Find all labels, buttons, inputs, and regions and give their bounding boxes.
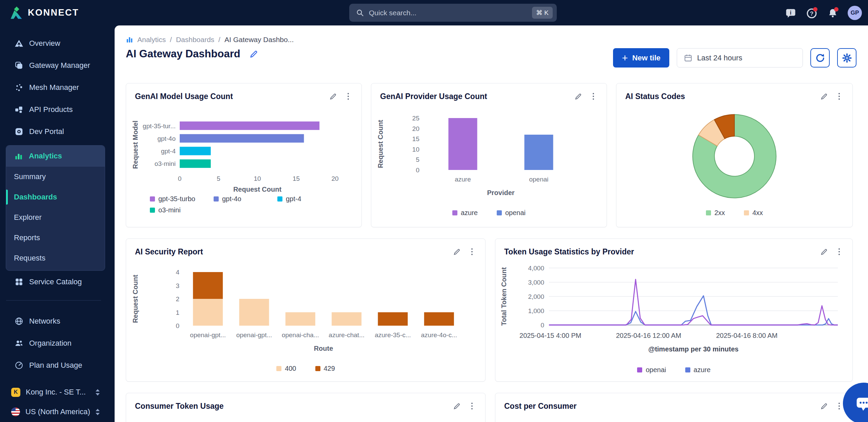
chart-svg: 0510152025azureopenaiProviderRequest Cou…: [374, 104, 604, 204]
plan-usage-gauge-icon: [14, 361, 24, 370]
konnect-app: { "brand": { "logo_text": "KONNECT" }, "…: [0, 0, 868, 422]
sidebar-item-analytics[interactable]: Analytics: [6, 146, 105, 167]
page-title: AI Gateway Dashboard: [126, 48, 240, 60]
top-bar: KONNECT ⌘ K i ?: [0, 0, 868, 25]
chart-legend: openaiazure: [498, 361, 850, 379]
svg-text:2025-04-16 8:00 AM: 2025-04-16 8:00 AM: [716, 332, 777, 339]
legend-swatch: [685, 367, 690, 372]
tile-menu-icon[interactable]: [835, 247, 844, 256]
svg-text:gpt-4: gpt-4: [161, 148, 176, 155]
breadcrumb: Analytics / Dashboards / AI Gateway Dash…: [126, 36, 294, 44]
tile-title: GenAI Model Usage Count: [135, 92, 322, 101]
svg-text:4: 4: [176, 269, 179, 276]
konnect-logo[interactable]: KONNECT: [9, 0, 79, 25]
bell-notification-dot: [834, 7, 839, 12]
edit-tile-icon[interactable]: [329, 93, 337, 100]
org-switcher[interactable]: K Kong Inc. - SE T...: [0, 382, 115, 402]
svg-text:Route: Route: [314, 345, 333, 352]
org-badge: K: [11, 388, 20, 397]
legend-item[interactable]: 429: [315, 365, 335, 372]
region-switcher[interactable]: US (North America): [0, 402, 115, 422]
legend-swatch: [452, 210, 457, 215]
tile-menu-icon[interactable]: [468, 247, 476, 256]
svg-text:10: 10: [412, 146, 419, 153]
sidebar-subitem-explorer[interactable]: Explorer: [6, 207, 105, 228]
edit-tile-icon[interactable]: [453, 248, 461, 256]
user-avatar[interactable]: GP: [848, 6, 862, 20]
feedback-button[interactable]: i: [785, 7, 797, 19]
tile-menu-icon[interactable]: [835, 92, 844, 101]
tile-menu-icon[interactable]: [468, 402, 476, 410]
service-catalog-icon: [14, 277, 24, 286]
legend-item[interactable]: 2xx: [706, 209, 725, 217]
legend-item[interactable]: openai: [637, 366, 666, 374]
settings-button[interactable]: [837, 48, 856, 68]
search-input[interactable]: [369, 9, 527, 17]
svg-text:Request Model: Request Model: [132, 120, 139, 169]
chat-bubble-icon: [854, 394, 868, 413]
sidebar-item-organization[interactable]: Organization: [0, 332, 115, 354]
legend-item[interactable]: azure: [685, 366, 711, 374]
sidebar-subitem-summary[interactable]: Summary: [6, 167, 105, 187]
analytics-icon: [14, 152, 23, 160]
breadcrumb-analytics[interactable]: Analytics: [137, 36, 166, 44]
calendar-icon: [684, 54, 692, 62]
legend-item[interactable]: gpt-35-turbo: [150, 195, 214, 203]
sidebar-item-service-catalog[interactable]: Service Catalog: [0, 271, 115, 293]
legend-item[interactable]: gpt-4o: [214, 195, 277, 203]
edit-dashboard-name-icon[interactable]: [249, 50, 258, 59]
legend-item[interactable]: 400: [276, 365, 296, 372]
sidebar-item-networks[interactable]: Networks: [0, 310, 115, 332]
tile-cost-per-consumer: Cost per Consumer: [495, 393, 853, 422]
logo-wordmark: KONNECT: [28, 7, 79, 18]
tile-menu-icon[interactable]: [344, 92, 353, 101]
analytics-section: Analytics Summary Dashboards Explorer Re…: [6, 145, 105, 271]
tile-title: Cost per Consumer: [504, 402, 813, 411]
dev-portal-icon: [14, 127, 24, 136]
breadcrumb-dashboards[interactable]: Dashboards: [176, 36, 214, 44]
edit-tile-icon[interactable]: [820, 248, 828, 256]
legend-item[interactable]: o3-mini: [150, 206, 214, 214]
chart-legend: 400429: [129, 360, 482, 377]
edit-tile-icon[interactable]: [574, 93, 582, 100]
edit-tile-icon[interactable]: [453, 402, 461, 410]
edit-tile-icon[interactable]: [820, 402, 828, 410]
legend-label: gpt-4: [286, 195, 301, 203]
svg-text:15: 15: [412, 135, 419, 142]
legend-item[interactable]: openai: [497, 209, 526, 217]
sidebar-item-plan-and-usage[interactable]: Plan and Usage: [0, 354, 115, 376]
svg-text:5: 5: [217, 175, 220, 182]
sidebar-item-overview[interactable]: Overview: [0, 32, 115, 54]
legend-swatch: [150, 208, 155, 213]
legend-label: gpt-35-turbo: [158, 195, 195, 203]
sidebar-divider: [6, 300, 101, 301]
chart-legend: azureopenai: [374, 204, 604, 222]
sidebar-subitem-dashboards[interactable]: Dashboards: [6, 187, 105, 207]
chart-legend: gpt-35-turbogpt-4ogpt-4o3-mini: [129, 195, 359, 214]
breadcrumb-separator: /: [218, 36, 220, 44]
edit-tile-icon[interactable]: [820, 93, 828, 100]
sidebar-item-dev-portal[interactable]: Dev Portal: [0, 120, 115, 142]
legend-item[interactable]: 4xx: [744, 209, 763, 217]
sidebar-item-gateway-manager[interactable]: Gateway Manager: [0, 54, 115, 76]
quick-search-bar[interactable]: ⌘ K: [349, 4, 557, 22]
notifications-bell-button[interactable]: [827, 7, 839, 19]
search-icon: [356, 9, 364, 17]
sidebar-subitem-requests[interactable]: Requests: [6, 248, 105, 268]
tile-menu-icon[interactable]: [589, 92, 598, 101]
legend-item[interactable]: azure: [452, 209, 478, 217]
legend-item[interactable]: gpt-4: [277, 195, 341, 203]
org-switcher-label: Kong Inc. - SE T...: [26, 388, 86, 397]
legend-swatch: [744, 210, 749, 215]
sidebar-item-label: Networks: [29, 317, 60, 326]
refresh-button[interactable]: [810, 48, 830, 68]
us-flag-icon: [11, 407, 20, 416]
help-button[interactable]: ?: [806, 7, 818, 19]
time-range-picker[interactable]: Last 24 hours: [677, 48, 803, 68]
sidebar-item-mesh-manager[interactable]: Mesh Manager: [0, 76, 115, 98]
sidebar-item-api-products[interactable]: API Products: [0, 98, 115, 120]
legend-label: openai: [505, 209, 526, 217]
sidebar-subitem-reports[interactable]: Reports: [6, 228, 105, 248]
tile-menu-icon[interactable]: [835, 402, 844, 410]
new-tile-button[interactable]: + New tile: [613, 48, 669, 68]
